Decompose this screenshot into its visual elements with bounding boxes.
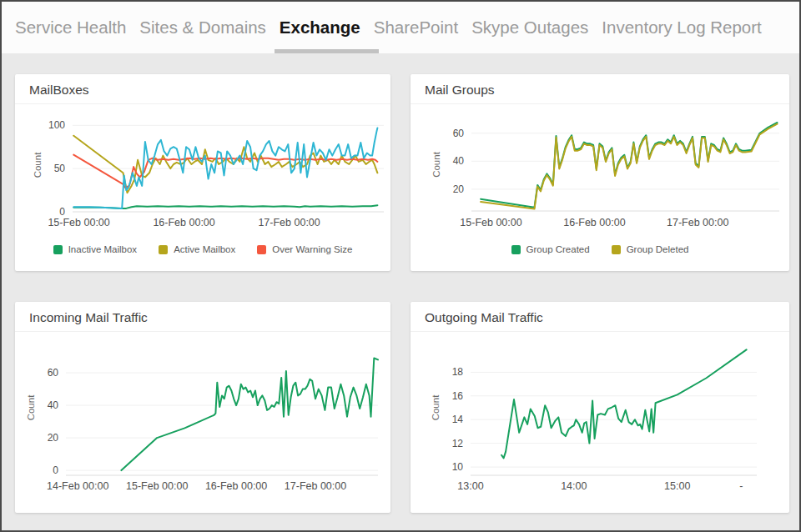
- tab-sharepoint[interactable]: SharePoint: [367, 2, 465, 53]
- chart-card-mail-groups: Mail Groups 204060Count15-Feb 00:0016-Fe…: [411, 74, 789, 271]
- outgoing-mail-chart-canvas: 1012141618Count13:0014:0015:00-: [411, 332, 789, 499]
- x-tick-label: 13:00: [457, 480, 483, 492]
- chart-card-mailboxes: MailBoxes 050100Count15-Feb 00:0016-Feb …: [15, 74, 390, 271]
- chart-title-outgoing-mail: Outgoing Mail Traffic: [411, 302, 789, 332]
- x-tick-label: 14:00: [561, 480, 587, 492]
- legend-label: Active Mailbox: [174, 244, 235, 254]
- dashboard-screen: Service HealthSites & DomainsExchangeSha…: [0, 0, 801, 532]
- x-tick-label: -: [739, 480, 743, 492]
- y-tick-label: 10: [452, 461, 464, 473]
- mail-groups-chart-canvas: 204060Count15-Feb 00:0016-Feb 00:0017-Fe…: [411, 104, 789, 242]
- x-tick-label: 17-Feb 00:00: [258, 217, 320, 228]
- legend-swatch-icon: [159, 245, 168, 254]
- y-axis-label: Count: [431, 151, 441, 177]
- chart-title-mailboxes: MailBoxes: [15, 74, 390, 104]
- legend-label: Group Deleted: [627, 244, 689, 254]
- mailboxes-chart-canvas: 050100Count15-Feb 00:0016-Feb 00:0017-Fe…: [15, 104, 390, 242]
- tab-sites-domains[interactable]: Sites & Domains: [133, 2, 273, 53]
- y-tick-label: 40: [453, 155, 465, 167]
- charts-grid: MailBoxes 050100Count15-Feb 00:0016-Feb …: [2, 53, 799, 532]
- x-tick-label: 17-Feb 00:00: [285, 480, 346, 492]
- x-tick-label: 15:00: [664, 480, 690, 492]
- chart-title-incoming-mail: Incoming Mail Traffic: [15, 302, 390, 332]
- y-tick-label: 20: [48, 432, 59, 444]
- mailboxes-legend: Inactive MailboxActive MailboxOver Warni…: [15, 244, 390, 254]
- y-tick-label: 12: [452, 438, 464, 449]
- y-tick-label: 20: [453, 183, 465, 195]
- legend-item-group-created[interactable]: Group Created: [511, 244, 590, 254]
- x-tick-label: 15-Feb 00:00: [460, 217, 521, 228]
- y-axis-label: Count: [26, 394, 36, 420]
- legend-label: Inactive Mailbox: [68, 244, 137, 254]
- y-tick-label: 0: [53, 464, 58, 476]
- series-line-incoming-mail: [121, 359, 378, 471]
- legend-item-group-deleted[interactable]: Group Deleted: [612, 244, 689, 254]
- legend-item-over-warning-size[interactable]: Over Warning Size: [257, 244, 352, 254]
- y-tick-label: 18: [452, 366, 464, 378]
- legend-item-active-mailbox[interactable]: Active Mailbox: [159, 244, 235, 254]
- tab-exchange[interactable]: Exchange: [273, 2, 367, 53]
- legend-swatch-icon: [53, 245, 63, 254]
- y-tick-label: 60: [48, 367, 59, 379]
- y-tick-label: 16: [452, 390, 464, 402]
- tab-bar: Service HealthSites & DomainsExchangeSha…: [2, 2, 799, 53]
- x-tick-label: 14-Feb 00:00: [47, 480, 108, 492]
- y-tick-label: 100: [48, 119, 65, 131]
- legend-label: Over Warning Size: [272, 244, 352, 254]
- x-tick-label: 15-Feb 00:00: [126, 480, 188, 492]
- chart-card-outgoing-mail: Outgoing Mail Traffic 1012141618Count13:…: [411, 302, 789, 513]
- y-axis-label: Count: [431, 394, 441, 420]
- tab-skype-outages[interactable]: Skype Outages: [465, 2, 595, 53]
- legend-label: Group Created: [526, 244, 590, 254]
- y-tick-label: 60: [453, 128, 465, 139]
- legend-swatch-icon: [257, 245, 266, 254]
- series-line-outgoing-mail: [501, 349, 747, 458]
- y-tick-label: 50: [54, 163, 66, 174]
- x-tick-label: 16-Feb 00:00: [563, 217, 625, 228]
- y-tick-label: 14: [452, 414, 464, 425]
- legend-item-inactive-mailbox[interactable]: Inactive Mailbox: [53, 244, 137, 254]
- tab-service-health[interactable]: Service Health: [8, 2, 133, 53]
- x-tick-label: 15-Feb 00:00: [48, 217, 109, 228]
- y-tick-label: 40: [48, 399, 59, 411]
- incoming-mail-chart-canvas: 0204060Count14-Feb 00:0015-Feb 00:0016-F…: [15, 332, 390, 499]
- y-axis-label: Count: [33, 152, 43, 178]
- tab-inventory-log-report[interactable]: Inventory Log Report: [595, 2, 768, 53]
- x-tick-label: 16-Feb 00:00: [205, 480, 267, 492]
- y-tick-label: 0: [59, 206, 65, 218]
- chart-title-mail-groups: Mail Groups: [411, 74, 789, 104]
- legend-swatch-icon: [511, 245, 521, 254]
- legend-swatch-icon: [612, 245, 621, 254]
- mail-groups-legend: Group CreatedGroup Deleted: [411, 244, 789, 254]
- x-tick-label: 17-Feb 00:00: [667, 217, 728, 228]
- chart-card-incoming-mail: Incoming Mail Traffic 0204060Count14-Feb…: [15, 302, 390, 513]
- series-line-group-deleted: [481, 124, 777, 209]
- x-tick-label: 16-Feb 00:00: [153, 217, 214, 228]
